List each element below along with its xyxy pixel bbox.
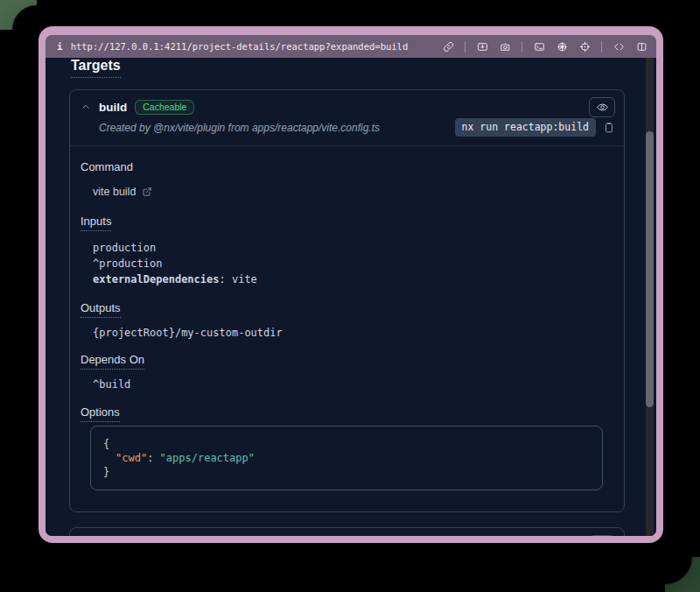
external-link-icon[interactable]	[142, 187, 152, 197]
project-details-page: Targets build Cacheable	[46, 58, 656, 536]
options-json-block: { "cwd": "apps/reactapp" }	[90, 426, 603, 490]
desktop-corner-artifact-bottom-right	[665, 557, 700, 592]
output-item: {projectRoot}/my-custom-outdir	[93, 325, 613, 341]
info-icon[interactable]: i	[57, 41, 63, 53]
options-section-heading: Options	[80, 404, 613, 422]
depends-on-item: ^build	[93, 377, 613, 392]
target-name: build	[99, 101, 127, 114]
scrollbar-thumb[interactable]	[646, 131, 654, 407]
browser-pane: i http://127.0.0.1:4211/project-details/…	[38, 26, 663, 543]
screenshot-icon[interactable]	[476, 40, 488, 53]
outputs-list: {projectRoot}/my-custom-outdir	[93, 325, 613, 341]
depends-on-section-heading: Depends On	[80, 351, 613, 370]
input-item: ^production	[93, 256, 613, 271]
copy-command-button[interactable]	[603, 121, 615, 134]
inputs-list: production ^production externalDependenc…	[93, 240, 613, 287]
inputs-section-heading: Inputs	[80, 213, 613, 231]
view-target-button[interactable]	[589, 535, 615, 537]
cacheable-badge: Cacheable	[135, 100, 194, 115]
input-item: production	[93, 240, 613, 256]
toolbar-divider	[465, 41, 466, 53]
url-bar[interactable]: http://127.0.0.1:4211/project-details/re…	[71, 41, 409, 52]
chevron-up-icon[interactable]	[80, 102, 91, 112]
code-icon[interactable]	[612, 40, 625, 53]
json-line: {	[103, 437, 590, 451]
outputs-section-heading: Outputs	[80, 300, 613, 318]
target-card-build: build Cacheable Created by @nx/vite/plug…	[69, 89, 625, 512]
link-icon[interactable]	[442, 40, 454, 53]
command-section-heading: Command	[80, 159, 613, 174]
camera-icon[interactable]	[499, 40, 511, 53]
target-header: build Cacheable Created by @nx/vite/plug…	[70, 90, 624, 146]
command-value: vite build	[93, 186, 613, 198]
view-target-button[interactable]	[589, 97, 615, 117]
target-title-row[interactable]: build Cacheable	[70, 90, 624, 116]
input-item: externalDependencies: vite	[93, 271, 613, 287]
depends-on-list: ^build	[93, 377, 613, 392]
target-card-serve[interactable]: serve vite serve	[69, 527, 625, 536]
page-title: Targets	[71, 58, 121, 78]
run-command-chip: nx run reactapp:build	[455, 118, 596, 137]
eye-icon	[596, 101, 609, 114]
terminal-icon[interactable]	[533, 40, 545, 53]
desktop-corner-artifact-top-left	[0, 0, 37, 30]
browser-toolbar: i http://127.0.0.1:4211/project-details/…	[46, 35, 656, 58]
json-line: }	[103, 465, 590, 479]
clipboard-icon	[603, 121, 615, 134]
toolbar-divider	[522, 41, 522, 53]
created-by-text: Created by @nx/vite/plugin from apps/rea…	[99, 122, 448, 134]
toolbar-divider	[601, 41, 602, 53]
target-meta-row: Created by @nx/vite/plugin from apps/rea…	[70, 116, 624, 145]
target-details: Command vite build Inputs production ^pr…	[70, 159, 624, 511]
target-icon[interactable]	[578, 40, 591, 53]
split-view-icon[interactable]	[635, 40, 648, 53]
globe-icon[interactable]	[556, 40, 568, 53]
json-line: "cwd": "apps/reactapp"	[103, 451, 590, 465]
